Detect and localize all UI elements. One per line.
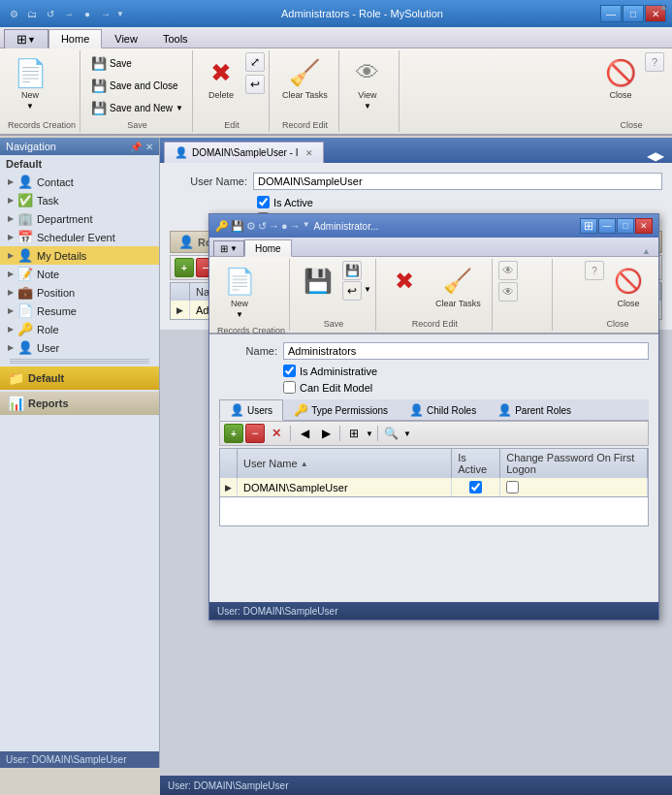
nav-group-default[interactable]: 📁 Default [0, 366, 159, 390]
overlay-users-remove-btn[interactable]: − [245, 424, 265, 443]
overlay-is-admin-checkbox[interactable] [283, 365, 296, 377]
qa-undo-icon[interactable]: ↺ [43, 6, 58, 21]
overlay-users-fwd-btn[interactable]: ▶ [316, 424, 336, 443]
nav-item-scheduler-event[interactable]: ▶ 📅 Scheduler Event [0, 228, 159, 246]
overlay-users-row-0[interactable]: ▶ DOMAIN\SampleUser [219, 478, 649, 497]
username-input[interactable] [253, 173, 662, 190]
nav-item-my-details[interactable]: ▶ 👤 My Details [0, 246, 159, 265]
qa-save-icon[interactable]: 🗂 [24, 6, 40, 21]
edit-btn2[interactable]: ↩ [245, 75, 265, 94]
doc-nav-left[interactable]: ◀ [647, 149, 656, 163]
overlay-delete-button[interactable]: ✖ [382, 261, 427, 302]
overlay-new-button[interactable]: 📄 New ▼ [217, 261, 262, 324]
roles-header-spacer [171, 283, 190, 301]
overlay-help-btn[interactable]: ? [585, 261, 604, 280]
overlay-view-col: 👁 👁 [498, 261, 518, 302]
overlay-tab-child-roles[interactable]: 👤 Child Roles [399, 399, 487, 420]
overlay-tab-users[interactable]: 👤 Users [219, 399, 283, 421]
overlay-name-input[interactable] [283, 342, 649, 360]
overlay-tab-home[interactable]: Home [244, 239, 292, 257]
maximize-button[interactable]: □ [623, 5, 644, 22]
overlay-users-add-btn[interactable]: + [224, 424, 243, 443]
overlay-close[interactable]: ✕ [635, 218, 653, 234]
nav-item-contact[interactable]: ▶ 👤 Contact [0, 173, 159, 191]
overlay-users-filter-dropdown[interactable]: ▼ [403, 429, 411, 438]
qa-redo-icon[interactable]: → [61, 6, 77, 21]
nav-pin-button[interactable]: 📌 [130, 142, 142, 152]
save-button[interactable]: 💾 Save [86, 52, 188, 74]
save-and-close-button[interactable]: 💾 Save and Close [86, 75, 188, 96]
qa-nav-back-icon[interactable]: ● [80, 6, 95, 21]
nav-close-button[interactable]: ✕ [145, 142, 153, 152]
nav-divider[interactable] [10, 359, 149, 365]
overlay-users-back-btn[interactable]: ◀ [295, 424, 314, 443]
tab-mode-toggle[interactable]: ⊞▼ [4, 29, 48, 48]
nav-item-role[interactable]: ▶ 🔑 Role [0, 320, 159, 338]
overlay-clear-tasks-button[interactable]: 🧹 Clear Tasks [429, 261, 488, 313]
overlay-users-copy-btn[interactable]: ⊞ [344, 424, 364, 443]
nav-item-position[interactable]: ▶ 💼 Position [0, 283, 159, 302]
overlay-save-extra1[interactable]: 💾 [342, 261, 362, 280]
save-and-new-button[interactable]: 💾 Save and New ▼ [86, 97, 188, 118]
overlay-change-pwd-checkbox-0[interactable] [506, 481, 519, 493]
qa-nav-fwd-icon[interactable]: → [98, 6, 113, 21]
nav-item-department[interactable]: ▶ 🏢 Department [0, 209, 159, 228]
overlay-toggle-layout[interactable]: — [598, 218, 616, 234]
tab-view[interactable]: View [102, 28, 150, 48]
nav-item-task[interactable]: ▶ ✅ Task [0, 191, 159, 209]
close-ribbon-button[interactable]: 🚫 Close [598, 52, 643, 105]
overlay-gear-icon[interactable]: ⚙ [246, 220, 256, 233]
nav-arrow-resume: ▶ [8, 306, 14, 315]
new-button[interactable]: 📄 New ▼ [8, 52, 52, 115]
clear-tasks-button[interactable]: 🧹 Clear Tasks [275, 52, 335, 105]
overlay-minimize[interactable]: ⊞ [580, 218, 597, 234]
overlay-undo-icon[interactable]: ↺ [258, 220, 267, 233]
nav-group-reports[interactable]: 📊 Reports [0, 392, 159, 415]
roles-add-btn[interactable]: + [175, 258, 194, 277]
overlay-tab-toggle[interactable]: ⊞▼ [213, 240, 244, 256]
help-button[interactable]: ? [645, 52, 664, 72]
overlay-qa-dropdown[interactable]: ▼ [303, 220, 310, 233]
qa-dropdown-arrow[interactable]: ▼ [116, 10, 124, 18]
doc-tab-user[interactable]: 👤 DOMAIN\SampleUser - I ✕ [164, 142, 324, 163]
tab-home[interactable]: Home [48, 29, 102, 48]
overlay-nav-fwd-icon[interactable]: → [290, 220, 301, 233]
nav-arrow-contact: ▶ [8, 177, 14, 186]
nav-item-user[interactable]: ▶ 👤 User [0, 338, 159, 357]
overlay-nav-back-icon[interactable]: ● [281, 220, 288, 233]
overlay-is-admin-row: Is Administrative [219, 365, 649, 377]
overlay-maximize[interactable]: □ [617, 218, 634, 234]
overlay-view-btn2[interactable]: 👁 [498, 282, 518, 302]
overlay-tab-parent-roles[interactable]: 👤 Parent Roles [487, 399, 582, 420]
nav-item-resume[interactable]: ▶ 📄 Resume [0, 302, 159, 320]
ribbon-save-content: 💾 Save 💾 Save and Close 💾 Save and New ▼ [86, 52, 188, 118]
overlay-save-extra2[interactable]: ↩ [342, 281, 362, 301]
overlay-users-filter-btn[interactable]: 🔍 [382, 424, 401, 443]
overlay-save-button[interactable]: 💾 [296, 261, 340, 302]
overlay-users-copy-dropdown[interactable]: ▼ [366, 429, 373, 438]
overlay-is-active-checkbox-0[interactable] [469, 481, 482, 493]
overlay-clear-tasks-icon: 🧹 [442, 266, 473, 297]
nav-item-note[interactable]: ▶ 📝 Note [0, 265, 159, 283]
overlay-col-is-active[interactable]: Is Active [452, 449, 500, 478]
minimize-button[interactable]: — [600, 5, 622, 22]
overlay-tab-type-permissions[interactable]: 🔑 Type Permissions [283, 399, 399, 420]
overlay-close-ribbon-button[interactable]: 🚫 Close [606, 261, 651, 313]
overlay-col-change-pwd[interactable]: Change Password On First Logon [500, 449, 648, 478]
delete-button[interactable]: ✖ Delete [199, 52, 243, 105]
overlay-redo-icon[interactable]: → [269, 220, 279, 233]
view-icon: 👁 [352, 57, 383, 88]
overlay-save-icon[interactable]: 💾 [231, 220, 244, 233]
overlay-save-dropdown[interactable]: ▼ [364, 285, 371, 294]
overlay-save-content: 💾 💾 ↩ ▼ [296, 261, 371, 317]
overlay-col-username[interactable]: User Name ▲ [238, 449, 452, 478]
overlay-view-btn1[interactable]: 👁 [498, 261, 518, 280]
edit-btn1[interactable]: ⤢ [245, 52, 265, 72]
overlay-users-delete-btn[interactable]: ✕ [267, 424, 286, 443]
doc-tab-close[interactable]: ✕ [305, 148, 313, 158]
tab-tools[interactable]: Tools [150, 28, 201, 48]
overlay-can-edit-checkbox[interactable] [283, 381, 296, 394]
view-button[interactable]: 👁 View ▼ [345, 52, 390, 115]
is-active-checkbox[interactable] [257, 196, 270, 208]
doc-nav-right[interactable]: ▶ [656, 149, 664, 163]
